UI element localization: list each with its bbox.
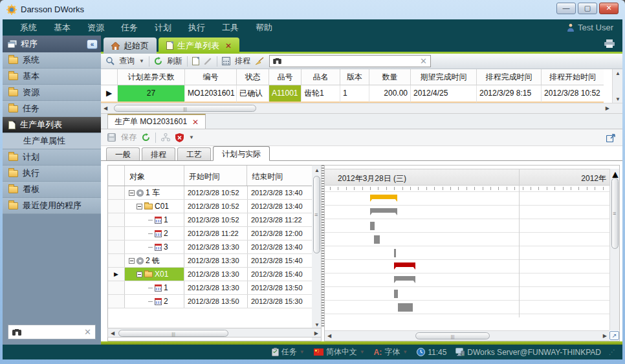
refresh-icon[interactable]	[142, 133, 150, 142]
grid-horizontal-scrollbar[interactable]: ◀ ▶	[101, 103, 622, 113]
sidebar-item-execute[interactable]: 执行	[3, 166, 101, 182]
tab-home[interactable]: 起始页	[104, 37, 157, 54]
shield-dropdown-icon[interactable]: ▼	[189, 134, 194, 140]
grid-filter-clear-icon[interactable]: ✕	[420, 56, 427, 66]
expand-toggle[interactable]	[129, 258, 135, 264]
gantt-bar[interactable]	[394, 249, 396, 257]
sidebar-collapse-button[interactable]: «	[87, 39, 98, 49]
col-expected-finish[interactable]: 期望完成时间	[411, 69, 477, 85]
save-button[interactable]: 保存	[121, 132, 137, 143]
subtab-plan-vs-actual[interactable]: 计划与实际	[213, 146, 270, 161]
col-version[interactable]: 版本	[340, 69, 369, 85]
sidebar-item-kanban[interactable]: 看板	[3, 182, 101, 198]
grid-row[interactable]: ▶ 27 MO12031601 已确认 A11001 齿轮1 1 200.00 …	[101, 85, 612, 103]
menu-execute[interactable]: 执行	[180, 19, 214, 36]
col-object[interactable]: 对象	[125, 166, 184, 186]
minimize-button[interactable]: —	[556, 3, 576, 14]
gantt-bar[interactable]	[370, 208, 397, 213]
col-code[interactable]: 编号	[185, 69, 237, 85]
gantt-rows[interactable]	[325, 192, 619, 314]
table-row[interactable]: 2 2012/3/28 13:50 2012/3/28 15:30	[108, 295, 312, 308]
subtab-process[interactable]: 工艺	[177, 147, 211, 160]
expand-toggle[interactable]	[137, 272, 142, 277]
close-button[interactable]: ✕	[599, 3, 619, 14]
menu-plan[interactable]: 计划	[146, 19, 180, 36]
detail-doc-tab[interactable]: 生产单 MO12031601 ✕	[107, 114, 206, 129]
grid-filter-input[interactable]	[285, 57, 416, 66]
col-item-no[interactable]: 品号	[269, 69, 302, 85]
gantt-bar[interactable]	[374, 235, 380, 244]
gantt-expand-icon[interactable]: ↗	[609, 331, 619, 340]
sidebar-item-plan[interactable]: 计划	[3, 149, 101, 166]
gantt-bar[interactable]	[394, 290, 398, 298]
col-status[interactable]: 状态	[237, 69, 269, 85]
gantt-bar[interactable]	[370, 222, 375, 230]
sidebar-item-basic[interactable]: 基本	[3, 69, 101, 85]
expand-toggle[interactable]	[129, 190, 135, 196]
plan-table-horizontal-scrollbar[interactable]: ◀ ▶	[107, 328, 322, 337]
subtab-general[interactable]: 一般	[106, 147, 140, 160]
user-indicator[interactable]: Test User	[567, 23, 622, 32]
query-button[interactable]: 查询	[119, 56, 135, 67]
menu-help[interactable]: 帮助	[247, 19, 281, 36]
col-sched-finish[interactable]: 排程完成时间	[477, 69, 542, 85]
table-row[interactable]: 1 2012/3/28 10:52 2012/3/28 11:22	[108, 213, 312, 227]
sidebar-search-clear-icon[interactable]: ✕	[84, 327, 91, 337]
sidebar-item-resource[interactable]: 资源	[3, 85, 101, 101]
subtab-schedule[interactable]: 排程	[142, 147, 175, 160]
gantt-bar[interactable]	[394, 262, 415, 267]
open-external-icon[interactable]	[606, 133, 616, 142]
query-dropdown-icon[interactable]: ▼	[139, 58, 144, 64]
table-row[interactable]: 1 2012/3/28 13:30 2012/3/28 13:50	[108, 281, 312, 295]
grid-vertical-scrollbar[interactable]: ▲▼	[612, 69, 622, 103]
expand-toggle[interactable]	[137, 204, 142, 209]
refresh-button[interactable]: 刷新	[167, 56, 182, 67]
gantt-bar[interactable]	[394, 276, 415, 281]
menu-tools[interactable]: 工具	[214, 19, 247, 36]
schedule-button[interactable]: 排程	[235, 56, 250, 67]
col-start-time[interactable]: 开始时间	[184, 166, 248, 186]
edit-pencil-icon[interactable]	[204, 57, 212, 65]
tab-close-icon[interactable]: ✕	[225, 41, 232, 50]
detail-tab-close-icon[interactable]: ✕	[192, 118, 199, 127]
sidebar-item-production-order-list[interactable]: 生产单列表	[3, 117, 101, 133]
resize-grip[interactable]: ⋰	[609, 348, 616, 356]
validation-shield-icon[interactable]	[175, 133, 184, 142]
sidebar-item-production-order-props[interactable]: 生产单属性	[3, 133, 101, 149]
col-end-time[interactable]: 结束时间	[247, 166, 312, 186]
broom-icon[interactable]	[255, 57, 265, 65]
table-row[interactable]: 1 车 2012/3/28 10:52 2012/3/28 13:40	[108, 186, 312, 200]
table-row[interactable]: C01 2012/3/28 10:52 2012/3/28 13:40	[108, 200, 312, 213]
new-document-icon[interactable]	[192, 57, 199, 65]
gantt-vertical-scrollbar[interactable]: ▲ ▼	[609, 169, 619, 330]
col-qty[interactable]: 数量	[369, 69, 411, 85]
status-task-selector[interactable]: 任务▼	[272, 347, 305, 358]
table-row[interactable]: 2 铣 2012/3/28 13:30 2012/3/28 15:40	[108, 254, 312, 268]
title-bar[interactable]: Darsson DWorks — ▢ ✕	[0, 0, 625, 19]
sidebar-item-task[interactable]: 任务	[3, 101, 101, 117]
table-row[interactable]: 3 2012/3/28 13:30 2012/3/28 13:40	[108, 241, 312, 254]
gantt-bar[interactable]	[398, 303, 413, 312]
operation-icon	[155, 230, 162, 237]
plan-table-vertical-scrollbar[interactable]: ▲ ▼	[312, 165, 322, 341]
hierarchy-icon[interactable]	[161, 133, 170, 142]
sidebar-item-system[interactable]: 系统	[3, 52, 101, 69]
gantt-bar[interactable]	[370, 195, 397, 199]
menu-resource[interactable]: 资源	[79, 19, 113, 36]
sidebar-item-recent-programs[interactable]: 最近使用的程序	[3, 198, 101, 214]
col-item-name[interactable]: 品名	[302, 69, 340, 85]
status-language-selector[interactable]: 简体中文▼	[314, 347, 365, 358]
col-plan-diff[interactable]: 计划差异天数	[118, 69, 185, 85]
table-row[interactable]: 2 2012/3/28 11:22 2012/3/28 12:00	[108, 227, 312, 241]
printer-icon[interactable]	[604, 39, 615, 48]
maximize-button[interactable]: ▢	[578, 3, 597, 14]
menu-basic[interactable]: 基本	[45, 19, 79, 36]
tab-production-order-list[interactable]: 生产单列表 ✕	[159, 37, 239, 54]
menu-task[interactable]: 任务	[113, 19, 146, 36]
menu-system[interactable]: 系统	[12, 19, 45, 36]
col-sched-start[interactable]: 排程开始时间	[542, 69, 604, 85]
gantt-horizontal-scrollbar[interactable]: ◀ ▶	[325, 330, 609, 341]
status-font-selector[interactable]: A: 字体▼	[374, 347, 408, 358]
table-row-selected[interactable]: ▶ X01 2012/3/28 13:30 2012/3/28 15:40	[108, 268, 312, 281]
sidebar-search-input[interactable]	[25, 328, 80, 337]
